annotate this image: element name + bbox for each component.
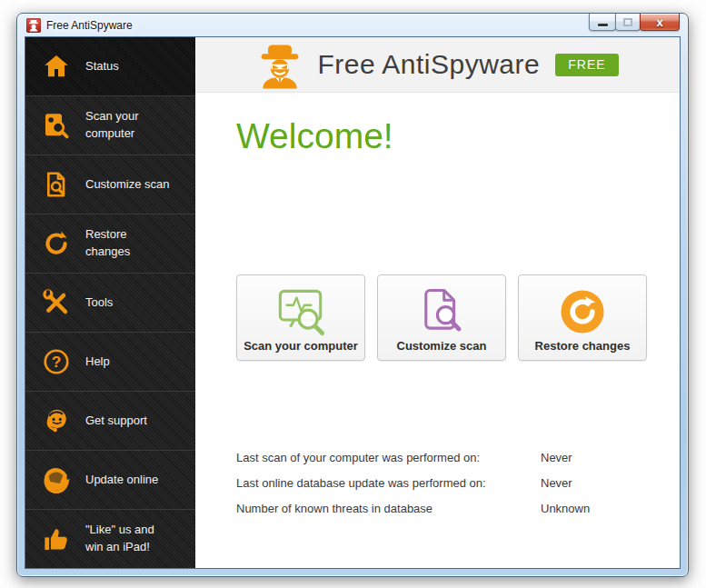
minimize-button[interactable] (589, 14, 616, 31)
status-row-last-update: Last online database update was performe… (236, 476, 672, 490)
titlebar[interactable]: Free AntiSpyware (17, 14, 688, 36)
free-badge: FREE (555, 54, 618, 76)
svg-text:?: ? (52, 353, 62, 371)
sidebar-item-like-us[interactable]: "Like" us and win an iPad! (25, 510, 195, 568)
sidebar-item-label: Scan your computer (85, 108, 173, 143)
minimize-icon (598, 24, 608, 26)
window-content: Status Scan your computer Cust (25, 36, 681, 569)
action-buttons-row: Scan your computer Customize scan (236, 274, 647, 361)
restore-arrows-icon (42, 229, 71, 258)
sidebar-item-label: Status (85, 58, 173, 75)
maximize-button[interactable] (615, 14, 641, 31)
thumbs-up-icon (42, 524, 71, 553)
status-value: Never (541, 451, 672, 464)
app-title: Free AntiSpyware (317, 49, 540, 80)
status-list: Last scan of your computer was performed… (236, 451, 672, 527)
app-window: Free AntiSpyware x Status (16, 13, 689, 577)
monitor-scan-icon (274, 286, 327, 337)
sidebar-item-label: Help (85, 354, 173, 371)
close-icon: x (656, 16, 662, 28)
restore-circle-icon (556, 286, 609, 337)
window-controls: x (590, 14, 680, 31)
customize-scan-button[interactable]: Customize scan (377, 274, 506, 361)
maximize-icon (623, 18, 632, 26)
sidebar-item-label: Customize scan (85, 176, 173, 194)
spy-logo-icon (256, 44, 303, 89)
status-label: Last scan of your computer was performed… (236, 451, 541, 464)
sidebar-item-label: Tools (85, 294, 173, 312)
support-headset-icon (42, 406, 71, 435)
sidebar-item-restore-changes[interactable]: Restore changes (25, 214, 195, 274)
status-label: Last online database update was performe… (236, 476, 541, 490)
sidebar-item-label: Get support (85, 413, 173, 430)
sidebar-item-customize-scan[interactable]: Customize scan (25, 155, 195, 214)
sidebar-item-tools[interactable]: Tools (25, 274, 195, 333)
app-icon (26, 18, 41, 33)
document-scan-icon (415, 286, 468, 337)
app-header: Free AntiSpyware FREE (195, 37, 680, 93)
status-row-threats: Number of known threats in database Unkn… (236, 502, 672, 515)
sidebar-item-label: "Like" us and win an iPad! (85, 522, 173, 556)
main-panel: Free AntiSpyware FREE Welcome! Sc (195, 37, 680, 568)
action-button-label: Customize scan (397, 339, 487, 353)
status-value: Never (541, 476, 672, 490)
document-scan-icon (42, 170, 71, 199)
welcome-heading: Welcome! (236, 116, 393, 156)
status-label: Number of known threats in database (236, 502, 541, 515)
drive-scan-icon (42, 111, 71, 140)
window-title: Free AntiSpyware (46, 19, 133, 32)
sidebar-item-scan-your-computer[interactable]: Scan your computer (25, 96, 195, 155)
sidebar-item-update-online[interactable]: Update online (25, 451, 195, 510)
tools-icon (42, 288, 71, 317)
restore-changes-button[interactable]: Restore changes (518, 274, 647, 361)
sidebar-item-get-support[interactable]: Get support (25, 392, 195, 451)
action-button-label: Scan your computer (244, 339, 358, 353)
update-globe-icon (42, 465, 71, 494)
help-icon: ? (42, 347, 71, 376)
status-value: Unknown (541, 502, 672, 515)
sidebar-item-help[interactable]: ? Help (25, 333, 195, 392)
status-row-last-scan: Last scan of your computer was performed… (236, 451, 672, 464)
close-button[interactable]: x (640, 14, 680, 31)
action-button-label: Restore changes (535, 339, 631, 353)
page-body: Welcome! Scan your computer (195, 93, 680, 568)
sidebar-item-status[interactable]: Status (25, 37, 195, 96)
sidebar: Status Scan your computer Cust (25, 37, 195, 568)
scan-your-computer-button[interactable]: Scan your computer (236, 274, 365, 361)
sidebar-item-label: Update online (85, 472, 173, 489)
home-icon (42, 52, 71, 81)
sidebar-item-label: Restore changes (85, 226, 173, 261)
